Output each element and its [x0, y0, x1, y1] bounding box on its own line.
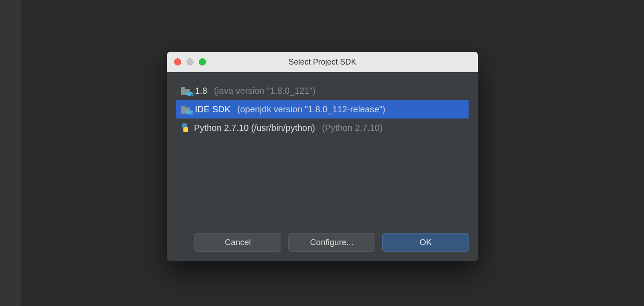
editor-left-strip	[0, 0, 21, 306]
sdk-item-name: Python 2.7.10 (/usr/bin/python)	[194, 123, 318, 133]
java-folder-icon	[181, 105, 190, 114]
close-icon[interactable]	[174, 58, 181, 65]
sdk-item-detail: (Python 2.7.10)	[322, 123, 383, 133]
sdk-item-detail: (openjdk version "1.8.0_112-release")	[237, 104, 385, 115]
select-sdk-dialog: Select Project SDK 1.8 (java version "1.…	[167, 52, 478, 261]
ok-button[interactable]: OK	[382, 233, 469, 252]
sdk-item[interactable]: Python 2.7.10 (/usr/bin/python) (Python …	[176, 119, 469, 137]
sdk-item-detail: (java version "1.8.0_121")	[214, 86, 315, 96]
configure-button[interactable]: Configure...	[288, 233, 375, 252]
python-icon	[181, 123, 190, 132]
sdk-item-name: 1.8	[195, 86, 209, 96]
dialog-body: 1.8 (java version "1.8.0_121")IDE SDK (o…	[167, 72, 478, 261]
java-folder-icon	[181, 86, 190, 95]
window-controls	[167, 58, 206, 65]
dialog-titlebar[interactable]: Select Project SDK	[167, 52, 478, 72]
sdk-item[interactable]: 1.8 (java version "1.8.0_121")	[176, 81, 469, 100]
dialog-buttons: Cancel Configure... OK	[176, 233, 469, 252]
sdk-list[interactable]: 1.8 (java version "1.8.0_121")IDE SDK (o…	[176, 81, 469, 222]
sdk-item-name: IDE SDK	[195, 104, 233, 115]
minimize-icon	[186, 58, 194, 65]
zoom-icon[interactable]	[199, 58, 206, 65]
cancel-button[interactable]: Cancel	[194, 233, 281, 252]
sdk-item[interactable]: IDE SDK (openjdk version "1.8.0_112-rele…	[176, 100, 469, 119]
dialog-title: Select Project SDK	[167, 57, 478, 67]
